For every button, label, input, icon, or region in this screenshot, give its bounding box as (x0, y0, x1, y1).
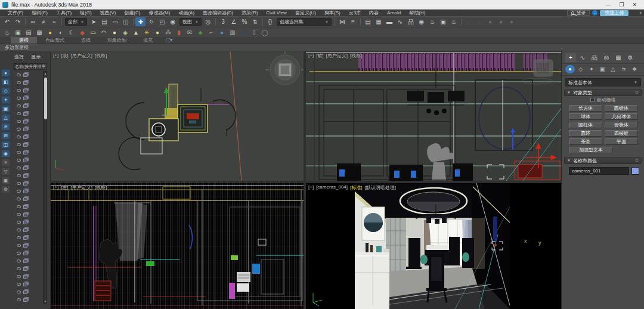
minimize-button[interactable]: — (605, 2, 611, 8)
viewport-label-segment[interactable]: [+] (308, 52, 314, 59)
gem-primitive-icon[interactable]: ◈ (120, 28, 131, 37)
scene-object-row[interactable] (13, 296, 42, 304)
menu-item[interactable]: 文件(F) (4, 10, 27, 16)
scene-object-row[interactable] (13, 125, 42, 133)
select-rotate-icon[interactable]: ↻ (146, 17, 156, 26)
lights-category-icon[interactable]: ✦ (587, 65, 596, 73)
ribbon-tab[interactable]: 填充 (135, 37, 161, 44)
scene-object-row[interactable] (13, 86, 42, 94)
ribbon-tab[interactable]: 选择 (73, 37, 99, 44)
blue-ball-icon[interactable]: ● (217, 28, 227, 37)
scene-object-row[interactable] (13, 242, 42, 249)
name-and-color-rollout[interactable]: ▼名称和颜色⊙ (564, 157, 642, 164)
display-helpers-icon[interactable]: △ (1, 114, 10, 122)
visibility-eye-icon[interactable] (17, 182, 21, 185)
menu-item[interactable]: 自定义(U) (291, 10, 320, 16)
display-shapes-icon[interactable]: ◇ (1, 87, 10, 95)
object-type-rollout[interactable]: ▼对象类型⊙ (564, 89, 642, 96)
display-spacewarps-icon[interactable]: ≋ (1, 123, 10, 131)
menu-item[interactable]: 工具(T) (52, 10, 76, 16)
visibility-eye-icon[interactable] (17, 159, 21, 162)
scene-object-row[interactable] (13, 118, 42, 125)
scene-object-row[interactable] (13, 141, 42, 149)
frame-window-icon[interactable]: ▣ (13, 28, 23, 37)
object-name-field[interactable]: cameras_001 (569, 167, 629, 175)
menu-item[interactable]: 修改器(M) (144, 10, 174, 16)
primitive-button[interactable]: 圆柱体 (569, 122, 602, 128)
settings-icon[interactable]: ⚙ (1, 186, 10, 193)
scene-object-row[interactable] (13, 94, 42, 102)
capsule-red-icon[interactable]: ▮ (174, 28, 184, 37)
menu-item[interactable]: 组(G) (76, 10, 96, 16)
primitive-button[interactable]: 长方体 (569, 105, 602, 112)
visibility-eye-icon[interactable] (17, 104, 21, 107)
spray-icon[interactable]: ⌐ (206, 28, 216, 37)
scroll-up-arrow[interactable]: ▲ (44, 72, 47, 75)
select-by-name-icon[interactable]: ▤ (99, 17, 109, 26)
display-geometry-icon[interactable]: ◧ (1, 78, 10, 86)
reference-coordinate-dropdown[interactable]: 视图▼ (179, 18, 202, 26)
about-icon[interactable]: ◯ (260, 28, 270, 37)
scrollbar-thumb[interactable] (44, 78, 47, 119)
scene-explorer-tab[interactable]: 选择 (14, 54, 24, 60)
sort-icon[interactable]: ≡ (1, 159, 10, 166)
schematic-view-icon[interactable]: 品 (405, 17, 416, 26)
scene-object-row[interactable] (13, 257, 42, 265)
create-tab[interactable]: + (565, 53, 576, 62)
scene-object-row[interactable] (13, 156, 42, 164)
camera-tool-icon[interactable]: ◐ (56, 28, 66, 37)
unlink-icon[interactable]: ≠ (39, 17, 49, 26)
primitive-button[interactable]: 茶壶 (569, 138, 602, 145)
viewport-label-segment[interactable]: [线框] (95, 52, 107, 59)
visibility-eye-icon[interactable] (17, 236, 21, 239)
filter-icon[interactable]: ▽ (1, 168, 10, 175)
hierarchy-tab[interactable]: 品 (589, 53, 600, 62)
scene-explorer-tab[interactable]: 显示 (31, 54, 41, 60)
dark-sphere-icon[interactable]: ● (239, 28, 249, 37)
angle-snap-icon[interactable]: ∠ (228, 17, 239, 26)
edit-named-sets-icon[interactable]: {} (265, 17, 275, 26)
undo-icon[interactable]: ↶ (2, 17, 13, 26)
visibility-eye-icon[interactable] (17, 291, 21, 293)
scene-object-row[interactable] (13, 79, 42, 86)
menu-item[interactable]: 动画(A) (174, 10, 199, 16)
plant-icon[interactable]: ♣ (196, 28, 206, 37)
material-editor-icon[interactable]: ◉ (416, 17, 426, 26)
visibility-eye-icon[interactable] (17, 197, 21, 200)
viewport-camera[interactable]: [+][cameras_004][标准][默认明暗处理] (306, 183, 561, 309)
scene-object-row[interactable] (13, 133, 42, 141)
primitive-button[interactable]: 球体 (569, 113, 602, 120)
upload-button[interactable]: 快捷上传 (600, 10, 628, 16)
select-place-icon[interactable]: ◉ (168, 17, 178, 26)
polygon-modeling-panel[interactable]: 多边形建模 (5, 44, 29, 51)
visibility-eye-icon[interactable] (17, 190, 21, 193)
motion-tab[interactable]: ◎ (601, 53, 612, 62)
use-center-icon[interactable]: ◎ (203, 17, 213, 26)
visibility-eye-icon[interactable] (17, 298, 21, 301)
visibility-eye-icon[interactable] (17, 135, 21, 138)
viewport-front[interactable]: [+][前][用户定义][线框] (306, 51, 561, 181)
scene-object-row[interactable] (13, 172, 42, 180)
menu-item[interactable]: 内容 (365, 10, 383, 16)
layer-explorer-icon[interactable]: ▦ (373, 17, 383, 26)
menu-item[interactable]: 脚本(S) (320, 10, 345, 16)
scene-object-row[interactable] (13, 211, 42, 218)
visibility-eye-icon[interactable] (17, 275, 21, 278)
object-color-swatch[interactable] (631, 167, 639, 175)
primitive-type-dropdown[interactable]: 标准基本体▼ (565, 78, 641, 86)
scene-object-row[interactable] (13, 226, 42, 234)
selection-filter-dropdown[interactable]: 全部▼ (65, 18, 87, 26)
render-setup-icon[interactable]: ♨ (427, 17, 437, 26)
viewport-label-segment[interactable]: [左] (61, 184, 68, 191)
scene-object-row[interactable] (13, 187, 42, 195)
ribbon-tab[interactable]: 对象绘制 (99, 37, 135, 44)
region-rect-icon[interactable]: ▭ (110, 17, 120, 26)
geometry-category-icon[interactable]: ● (565, 65, 575, 73)
light-lister-icon[interactable]: ● (45, 28, 55, 37)
select-object-icon[interactable]: ➤ (88, 17, 98, 26)
mail-icon[interactable]: ✉ (185, 28, 195, 37)
viewport-label-segment[interactable]: [用户定义] (326, 52, 348, 59)
visibility-eye-icon[interactable] (17, 259, 21, 262)
shapes-category-icon[interactable]: ◇ (576, 65, 586, 73)
viewport-label-segment[interactable]: [用户定义] (71, 184, 92, 191)
